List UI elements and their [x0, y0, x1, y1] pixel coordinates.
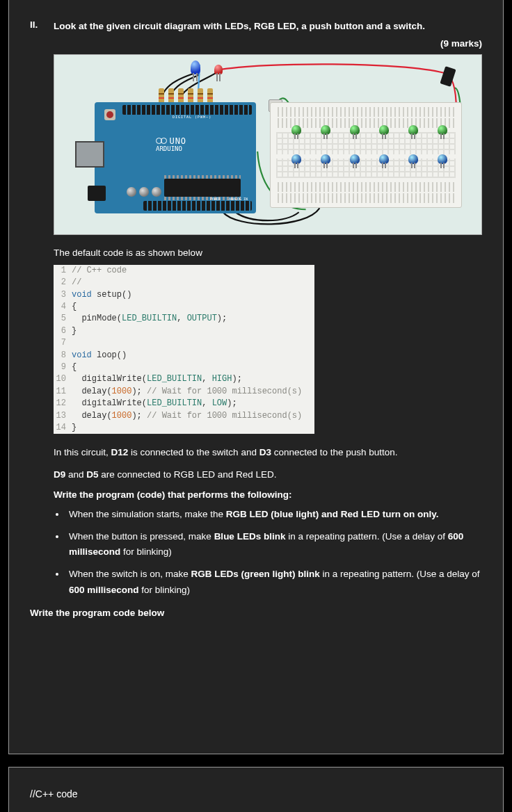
resistor-icon	[198, 88, 203, 104]
capacitors-icon	[127, 187, 161, 197]
code-text	[72, 337, 84, 349]
bottom-labels: POWER ANALOG IN	[210, 197, 248, 201]
question-marks: (9 marks)	[30, 38, 482, 49]
code-line: 13 delay(1000); // Wait for 1000 millise…	[54, 410, 314, 422]
analog-label: ANALOG IN	[229, 197, 248, 201]
resistor-icon	[178, 88, 184, 104]
green-led-icon	[379, 125, 389, 135]
green-led-icon	[438, 125, 447, 135]
resistor-icon	[188, 88, 193, 104]
line-number: 2	[54, 277, 72, 289]
code-line: 7	[54, 337, 314, 349]
power-label: POWER	[210, 197, 221, 201]
resistor-icon	[207, 88, 213, 104]
arduino-board: DIGITAL (PWM~) UNO ARDUINO POWER ANALOG …	[95, 102, 256, 213]
green-led-icon	[408, 125, 418, 135]
blue-led-icon	[438, 154, 447, 164]
code-line: 9{	[54, 362, 314, 373]
code-line: 5 pinMode(LED_BUILTIN, OUTPUT);	[54, 313, 314, 325]
reset-button-icon	[104, 109, 115, 120]
line-number: 7	[54, 337, 72, 349]
circuit-desc-2: D9 and D5 are connected to RGB LED and R…	[54, 467, 482, 482]
code-line: 6}	[54, 325, 314, 337]
page-2: //C++ code	[8, 767, 504, 812]
line-number: 12	[54, 398, 72, 409]
code-text: digitalWrite(LED_BUILTIN, LOW);	[72, 398, 250, 409]
circuit-diagram: DIGITAL (PWM~) UNO ARDUINO POWER ANALOG …	[54, 54, 482, 235]
code-text: {	[72, 362, 89, 373]
code-line: 1// C++ code	[54, 265, 314, 277]
blue-led-icon	[321, 154, 330, 164]
green-led-icon	[321, 125, 330, 135]
resistor-group	[159, 88, 213, 104]
question-number: II.	[30, 19, 54, 30]
code-text: pinMode(LED_BUILTIN, OUTPUT);	[72, 313, 239, 325]
line-number: 6	[54, 325, 72, 337]
power-jack-icon	[88, 186, 106, 201]
code-text: }	[72, 422, 89, 434]
code-line: 4{	[54, 301, 314, 313]
line-number: 1	[54, 265, 72, 277]
code-line: 3void setup()	[54, 289, 314, 301]
digital-header-icon	[122, 105, 252, 115]
code-line: 11 delay(1000); // Wait for 1000 millise…	[54, 386, 314, 398]
code-line: 12 digitalWrite(LED_BUILTIN, LOW);	[54, 398, 314, 409]
board-brand: UNO	[169, 136, 186, 146]
code-line: 14}	[54, 422, 314, 434]
task-item: When the switch is on, make RGB LEDs (gr…	[66, 567, 482, 598]
instruction-heading: Write the program (code) that performs t…	[54, 489, 482, 500]
digital-label: DIGITAL (PWM~)	[173, 115, 211, 119]
circuit-desc-1: In this circuit, D12 is connected to the…	[54, 445, 482, 460]
usb-port-icon	[75, 141, 104, 168]
default-code-caption: The default code is as shown below	[54, 247, 482, 258]
code-snippet: 1// C++ code2//3void setup()4{5 pinMode(…	[54, 265, 314, 434]
resistor-icon	[159, 88, 164, 104]
line-number: 4	[54, 301, 72, 313]
line-number: 13	[54, 410, 72, 422]
line-number: 14	[54, 422, 72, 434]
code-text: }	[72, 325, 89, 337]
red-led-icon	[214, 65, 223, 74]
code-text: {	[72, 301, 89, 313]
rgb-led-icon	[191, 60, 200, 74]
code-text: delay(1000); // Wait for 1000 millisecon…	[72, 386, 314, 398]
analog-header-icon	[143, 201, 252, 211]
blue-led-icon	[379, 154, 389, 164]
green-led-row	[291, 125, 447, 135]
arduino-logo: UNO ARDUINO	[156, 137, 186, 153]
line-number: 5	[54, 313, 72, 325]
green-led-icon	[291, 125, 301, 135]
green-led-icon	[350, 125, 360, 135]
mcu-chip-icon	[164, 179, 241, 197]
line-number: 8	[54, 350, 72, 362]
resistor-icon	[168, 88, 174, 104]
code-text: void loop()	[72, 350, 139, 362]
line-number: 11	[54, 386, 72, 398]
answer-code-start: //C++ code	[30, 788, 482, 799]
blue-led-icon	[408, 154, 418, 164]
line-number: 10	[54, 373, 72, 385]
question-body: DIGITAL (PWM~) UNO ARDUINO POWER ANALOG …	[54, 54, 482, 598]
page-1: II. Look at the given circuit diagram wi…	[8, 0, 504, 754]
content-area: II. Look at the given circuit diagram wi…	[9, 0, 503, 632]
answer-heading: Write the program code below	[30, 608, 482, 618]
code-line: 2//	[54, 277, 314, 289]
code-text: //	[72, 277, 94, 289]
code-text: void setup()	[72, 289, 144, 301]
code-line: 8void loop()	[54, 350, 314, 362]
line-number: 3	[54, 289, 72, 301]
code-text: delay(1000); // Wait for 1000 millisecon…	[72, 410, 314, 422]
question-text: Look at the given circuit diagram with L…	[54, 19, 482, 34]
blue-led-row	[291, 154, 447, 164]
task-item: When the simulation starts, make the RGB…	[66, 507, 482, 522]
code-line: 10 digitalWrite(LED_BUILTIN, HIGH);	[54, 373, 314, 385]
code-text: digitalWrite(LED_BUILTIN, HIGH);	[72, 373, 255, 385]
line-number: 9	[54, 362, 72, 373]
code-text: // C++ code	[72, 265, 139, 277]
task-item: When the button is pressed, make Blue LE…	[66, 529, 482, 560]
task-list: When the simulation starts, make the RGB…	[66, 507, 482, 598]
question-header: II. Look at the given circuit diagram wi…	[30, 19, 482, 34]
board-sub: ARDUINO	[156, 145, 182, 152]
blue-led-icon	[350, 154, 360, 164]
blue-led-icon	[291, 154, 301, 164]
